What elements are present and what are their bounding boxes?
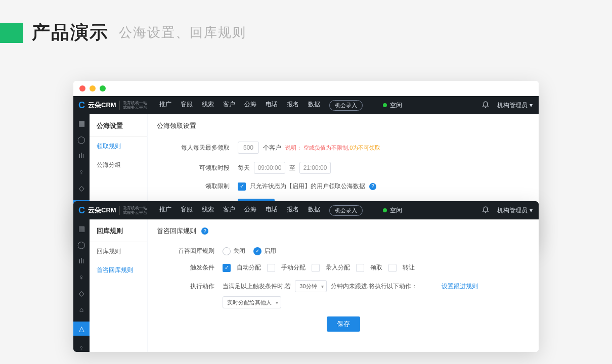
- input-time-from[interactable]: [254, 162, 285, 174]
- left-item-return-rules[interactable]: 回库规则: [90, 242, 147, 261]
- slide-title: 产品演示 公海设置、回库规则: [0, 0, 612, 45]
- sidebar-icon-shield-2[interactable]: ◯: [77, 241, 85, 249]
- nav-item-phone-2[interactable]: 电话: [266, 205, 278, 216]
- row-trigger-condition: 触发条件 ✓自动分配 手动分配 录入分配 领取 转让: [157, 263, 530, 272]
- nav-item-customers[interactable]: 客户: [223, 100, 235, 111]
- brand-subtitle-2: 教育机构一站 式服务云平台: [119, 206, 147, 215]
- label-transfer: 转让: [403, 263, 415, 272]
- link-set-followup[interactable]: 设置跟进规则: [442, 282, 478, 291]
- left-column-2: 回库规则 回库规则 首咨回库规则: [90, 219, 147, 352]
- brand-sub-line1-2: 教育机构一站: [123, 206, 147, 210]
- input-max-claim[interactable]: [238, 142, 259, 154]
- brand-logo-icon: C: [78, 100, 85, 111]
- help-icon-2[interactable]: ?: [201, 228, 208, 235]
- checkbox-transfer[interactable]: [388, 264, 397, 272]
- bell-icon[interactable]: [482, 101, 489, 110]
- nav-item-data[interactable]: 数据: [308, 100, 320, 111]
- nav-item-pool-2[interactable]: 公海: [244, 205, 256, 216]
- radio-off-icon: [223, 247, 231, 255]
- select-time-value: 30分钟: [299, 283, 317, 290]
- left-column-title: 公海设置: [90, 121, 147, 137]
- label-to: 至: [289, 164, 295, 172]
- checkbox-auto-assign[interactable]: ✓: [223, 264, 231, 272]
- nav-user-label-2: 机构管理员: [497, 206, 528, 215]
- label-entry-assign: 录入分配: [326, 263, 350, 272]
- checkbox-label-enabled-only: 只允许状态为【启用】的用户领取公海数据: [250, 182, 365, 191]
- nav-item-promotion-2[interactable]: 推广: [159, 205, 171, 216]
- nav-item-service[interactable]: 客服: [181, 100, 193, 111]
- radio-off[interactable]: 关闭: [223, 247, 245, 255]
- sidebar-icon-apps-2[interactable]: ▦: [77, 224, 85, 233]
- checkbox-entry-assign[interactable]: [312, 264, 320, 272]
- sidebar-icon-people-2[interactable]: ♀: [77, 344, 85, 352]
- status-dot-icon: [383, 103, 387, 107]
- nav-items-2: 推广 客服 线索 客户 公海 电话 报名 数据 机会录入: [159, 205, 363, 216]
- content-title-text-2: 首咨回库规则: [157, 226, 196, 236]
- row-exec-action-select: 实时分配给其他人: [157, 296, 530, 308]
- select-time-window[interactable]: 30分钟: [295, 280, 326, 292]
- label-exec-action: 执行动作: [157, 282, 223, 291]
- nav-item-signup-2[interactable]: 报名: [287, 205, 299, 216]
- label-max-claim: 每人每天最多领取: [157, 144, 238, 152]
- help-icon[interactable]: ?: [369, 183, 376, 190]
- sidebar-icon-home-2[interactable]: ⌂: [77, 305, 85, 313]
- hint-prefix: 说明：: [285, 145, 302, 151]
- row-exec-text: 执行动作 当满足以上触发条件时,若 30分钟 分钟内未跟进,将执行以下动作： 设…: [157, 280, 530, 292]
- brand-sub-line2-2: 式服务云平台: [123, 210, 147, 215]
- status-text: 空闲: [390, 101, 402, 110]
- left-item-first-return-rules[interactable]: 首咨回库规则: [90, 261, 147, 280]
- checkbox-enabled-only[interactable]: ✓: [238, 183, 246, 191]
- nav-opportunity-button-2[interactable]: 机会录入: [329, 205, 363, 216]
- left-item-pool-groups[interactable]: 公海分组: [90, 156, 147, 174]
- brand-text: 云朵CRM: [88, 101, 116, 110]
- sidebar-icon-layer-2[interactable]: ◇: [77, 289, 85, 297]
- maximize-icon[interactable]: [100, 85, 106, 92]
- checkbox-claim[interactable]: [356, 264, 364, 272]
- label-trigger-condition: 触发条件: [157, 263, 223, 272]
- select-exec-value: 实时分配给其他人: [227, 299, 272, 306]
- nav-item-data-2[interactable]: 数据: [308, 205, 320, 216]
- sidebar-icon-user[interactable]: ♀: [77, 168, 85, 176]
- row-enable-rule: 首咨回库规则 关闭 启用: [157, 247, 530, 255]
- nav-user-menu[interactable]: 机构管理员 ▾: [497, 101, 533, 110]
- titlebar: [73, 81, 539, 96]
- slide-title-sub: 公海设置、回库规则: [119, 24, 246, 41]
- label-claim-limit: 领取限制: [157, 182, 238, 191]
- nav-item-leads-2[interactable]: 线索: [202, 205, 214, 216]
- sidebar-icon-apps[interactable]: ▦: [77, 119, 85, 127]
- row-max-claim: 每人每天最多领取 个客户 说明： 空或负值为不限制,0为不可领取: [157, 142, 530, 154]
- nav-user-menu-2[interactable]: 机构管理员 ▾: [497, 206, 533, 215]
- select-exec-action[interactable]: 实时分配给其他人: [223, 296, 281, 308]
- nav-item-customers-2[interactable]: 客户: [223, 205, 235, 216]
- sidebar-icon-user-2[interactable]: ♀: [77, 273, 85, 281]
- nav-opportunity-button[interactable]: 机会录入: [329, 100, 363, 111]
- sidebar-icon-recycle-2[interactable]: △: [73, 322, 90, 336]
- sidebar-icon-layer[interactable]: ◇: [77, 184, 85, 192]
- nav-item-phone[interactable]: 电话: [266, 100, 278, 111]
- minimize-icon[interactable]: [90, 85, 96, 92]
- bell-icon-2[interactable]: [482, 206, 489, 215]
- brand-sub-line1: 教育机构一站: [123, 101, 147, 105]
- hint-unlimited: 空或负值为不限制,: [303, 145, 349, 151]
- save-button[interactable]: 保存: [327, 316, 360, 332]
- sidebar-icon-chart[interactable]: ılı: [77, 152, 85, 160]
- left-item-claim-rules[interactable]: 领取规则: [90, 137, 147, 156]
- checkbox-manual-assign[interactable]: [267, 264, 275, 272]
- close-icon[interactable]: [79, 85, 85, 92]
- sidebar-icon-shield[interactable]: ◯: [77, 135, 85, 144]
- nav-item-service-2[interactable]: 客服: [181, 205, 193, 216]
- nav-item-leads[interactable]: 线索: [202, 100, 214, 111]
- nav-item-promotion[interactable]: 推广: [159, 100, 171, 111]
- radio-on-label: 启用: [264, 247, 276, 255]
- input-time-to[interactable]: [299, 162, 331, 174]
- top-nav: C 云朵CRM 教育机构一站 式服务云平台 推广 客服 线索 客户 公海 电话 …: [73, 96, 539, 114]
- nav-item-pool[interactable]: 公海: [244, 100, 256, 111]
- chevron-down-icon-2: ▾: [530, 207, 533, 214]
- brand: C 云朵CRM 教育机构一站 式服务云平台: [73, 100, 152, 111]
- brand-sub-line2: 式服务云平台: [123, 105, 147, 110]
- sidebar-icon-chart-2[interactable]: ılı: [77, 257, 85, 265]
- radio-off-label: 关闭: [233, 247, 245, 255]
- nav-item-signup[interactable]: 报名: [287, 100, 299, 111]
- radio-on[interactable]: 启用: [253, 247, 276, 255]
- label-time-window: 可领取时段: [157, 164, 238, 172]
